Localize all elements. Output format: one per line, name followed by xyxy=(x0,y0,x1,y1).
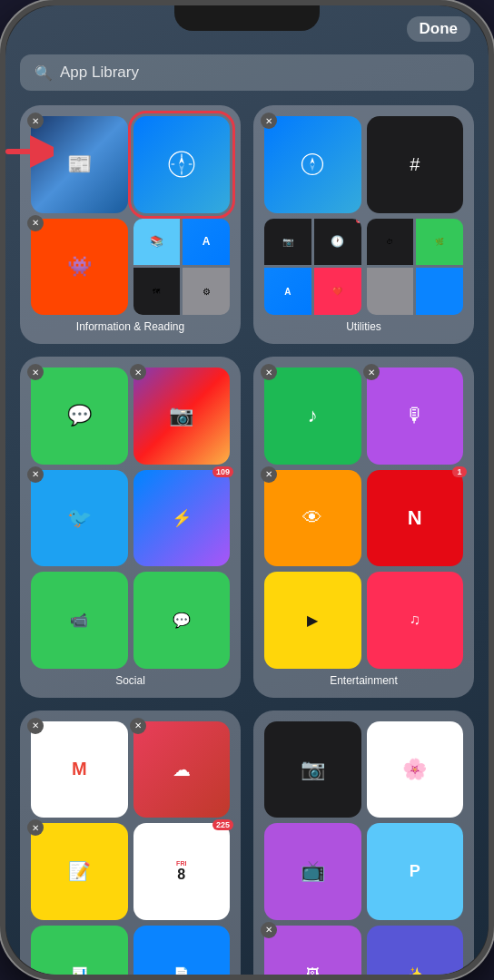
folder-social[interactable]: ✕ 💬 ✕ 📷 ✕ xyxy=(20,357,241,698)
mini-cell-e3 xyxy=(367,268,414,315)
close-icon[interactable]: ✕ xyxy=(27,215,44,231)
app-wrapper-safari-util: ✕ xyxy=(264,116,361,213)
app-icon-onedrive[interactable]: ☁ xyxy=(133,721,231,818)
search-icon: 🔍 xyxy=(35,64,53,82)
app-icon-safari[interactable] xyxy=(133,116,231,213)
close-icon[interactable]: ✕ xyxy=(363,364,380,380)
close-icon[interactable]: ✕ xyxy=(130,718,146,734)
close-icon[interactable]: ✕ xyxy=(27,718,44,734)
folder-label-utilities: Utilities xyxy=(264,320,463,333)
app-icon-photo2[interactable]: 🖼 xyxy=(264,926,361,975)
app-icon-calendar[interactable]: FRI 8 xyxy=(133,823,231,920)
close-icon[interactable]: ✕ xyxy=(27,364,44,380)
folder-info-reading[interactable]: ✕ 📰 xyxy=(20,105,241,344)
close-icon[interactable]: ✕ xyxy=(27,819,44,836)
app-wrapper-gmail: ✕ M xyxy=(31,721,128,818)
svg-marker-6 xyxy=(179,156,184,164)
app-grid-social: ✕ 💬 ✕ 📷 ✕ xyxy=(31,368,230,566)
close-icon[interactable]: ✕ xyxy=(261,922,277,938)
app-wrapper-mini1: 📚 A 🗺 ⚙ xyxy=(133,219,231,316)
app-icon-music[interactable]: ♫ xyxy=(367,572,464,669)
app-icon-wechat[interactable]: 💬 xyxy=(133,572,231,669)
mini-cell-c4: ❤️ xyxy=(314,268,361,315)
app-wrapper-photos: 🌸 xyxy=(367,721,464,818)
folder-entertainment[interactable]: ✕ ♪ ✕ 🎙 ✕ xyxy=(253,357,474,698)
netflix-badge: 1 xyxy=(452,466,467,477)
app-wrapper-onedrive: ✕ ☁ xyxy=(133,721,231,818)
svg-marker-9 xyxy=(311,157,315,164)
app-icon-gmail[interactable]: M xyxy=(31,721,128,818)
close-icon[interactable]: ✕ xyxy=(261,364,277,380)
mini-cell-c2: 🕐 1 xyxy=(314,219,361,266)
mini-cell-2: A xyxy=(183,219,230,266)
folder-productivity[interactable]: ✕ M ✕ ☁ ✕ xyxy=(20,710,241,975)
folder-creativity[interactable]: 📷 🌸 📺 xyxy=(253,710,474,975)
app-icon-notes[interactable]: 📝 xyxy=(31,823,128,920)
mini-cell-e1: ⏱ xyxy=(367,219,414,266)
calendar-badge: 225 xyxy=(212,819,233,830)
app-icon-facetime[interactable]: 📹 xyxy=(31,572,128,669)
app-icon-netflix[interactable]: N xyxy=(367,470,464,567)
app-wrapper-twitter: ✕ 🐦 xyxy=(31,470,128,567)
app-icon-plex[interactable]: ▶ xyxy=(264,572,361,669)
app-wrapper-messenger: 109 ⚡ xyxy=(133,470,231,567)
app-icon-twitch[interactable]: 📺 xyxy=(264,823,361,920)
done-button[interactable]: Done xyxy=(407,16,471,42)
app-wrapper-netflix: 1 N xyxy=(367,470,464,567)
app-icon-messages[interactable]: 💬 xyxy=(31,368,128,465)
app-wrapper-photo2: ✕ 🖼 xyxy=(264,926,361,975)
app-wrapper-crunchyroll: ✕ 👁 xyxy=(264,470,361,567)
app-wrapper-calendar: 225 FRI 8 xyxy=(133,823,231,920)
app-icon-safari-util[interactable] xyxy=(264,116,361,213)
close-icon[interactable]: ✕ xyxy=(27,113,44,129)
phone-screen: Done 🔍 App Library xyxy=(5,5,489,975)
svg-marker-7 xyxy=(179,164,184,172)
mini-grid-2: 📷 🕐 1 A ❤️ xyxy=(264,219,361,316)
app-wrapper-facetime: 📹 xyxy=(31,572,128,669)
app-wrapper-docs: 📄 xyxy=(133,926,231,975)
app-icon-reddit[interactable]: 👾 xyxy=(31,219,128,316)
app-icon-extra2[interactable]: ✨ xyxy=(367,926,464,975)
app-wrapper-plex: ▶ xyxy=(264,572,361,669)
app-icon-crunchyroll[interactable]: 👁 xyxy=(264,470,361,567)
app-wrapper-spotify: ✕ ♪ xyxy=(264,368,361,465)
app-icon-photos[interactable]: 🌸 xyxy=(367,721,464,818)
app-icon-messenger[interactable]: ⚡ xyxy=(133,470,231,567)
folder-utilities[interactable]: ✕ # xyxy=(253,105,474,344)
search-input[interactable]: App Library xyxy=(60,64,139,82)
folder-label-entertainment: Entertainment xyxy=(264,674,463,687)
app-wrapper-podcasts: ✕ 🎙 xyxy=(367,368,464,465)
messenger-badge: 109 xyxy=(212,466,233,477)
app-icon-twitter[interactable]: 🐦 xyxy=(31,470,128,567)
app-icon-camera[interactable]: 📷 xyxy=(264,721,361,818)
folders-grid: ✕ 📰 xyxy=(20,105,474,975)
close-icon[interactable]: ✕ xyxy=(261,466,277,483)
app-icon-sheets[interactable]: 📊 xyxy=(31,926,128,975)
mini-grid: 📚 A 🗺 ⚙ xyxy=(133,219,231,316)
app-icon-pizap[interactable]: P xyxy=(367,823,464,920)
app-icon-podcasts[interactable]: 🎙 xyxy=(367,368,464,465)
app-wrapper-sheets: 📊 xyxy=(31,926,128,975)
svg-point-8 xyxy=(302,154,323,175)
app-icon-instagram[interactable]: 📷 xyxy=(133,368,231,465)
app-wrapper-twitch: 📺 xyxy=(264,823,361,920)
app-wrapper-calc-util: # xyxy=(367,116,464,213)
safari-compass-icon xyxy=(168,151,195,178)
close-icon[interactable]: ✕ xyxy=(130,364,146,380)
entertainment-bottom: ▶ ♫ xyxy=(264,572,463,669)
mini-cell-e2: 🌿 xyxy=(416,219,463,266)
app-grid-productivity: ✕ M ✕ ☁ ✕ xyxy=(31,721,230,920)
search-bar[interactable]: 🔍 App Library xyxy=(20,54,474,91)
app-icon-calc[interactable]: # xyxy=(367,116,464,213)
notch xyxy=(174,5,320,31)
app-wrapper-messages: ✕ 💬 xyxy=(31,368,128,465)
app-grid: ✕ 📰 xyxy=(31,116,230,315)
app-wrapper-instagram: ✕ 📷 xyxy=(133,368,231,465)
app-icon-spotify[interactable]: ♪ xyxy=(264,368,361,465)
creativity-bottom: ✕ 🖼 ✨ xyxy=(264,926,463,975)
close-icon[interactable]: ✕ xyxy=(261,113,277,129)
app-icon-docs[interactable]: 📄 xyxy=(133,926,231,975)
mini-grid-3: ⏱ 🌿 xyxy=(367,219,464,316)
folder-label-social: Social xyxy=(31,674,230,687)
close-icon[interactable]: ✕ xyxy=(27,466,44,483)
